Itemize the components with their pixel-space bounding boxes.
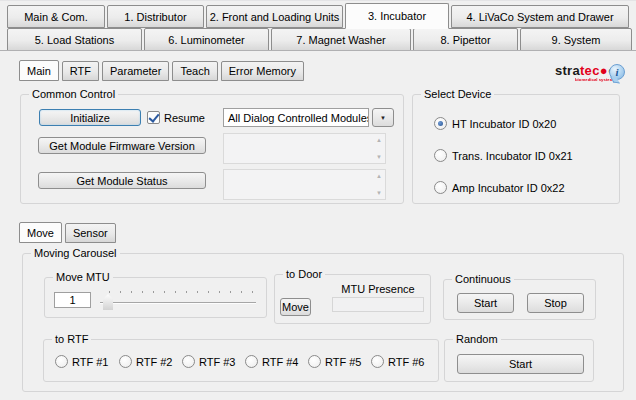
to-rtf-group: to RTF RTF #1 RTF #2 RTF #3 RTF #4 RTF #… (43, 339, 439, 382)
radio-rtf-6[interactable] (371, 355, 384, 368)
continuous-stop-button[interactable]: Stop (527, 293, 584, 313)
to-door-title: to Door (283, 268, 325, 280)
logo-text-black: stra (555, 63, 580, 78)
mtu-presence-field (332, 297, 424, 312)
tab-pane-edge (0, 50, 636, 51)
get-module-status-button[interactable]: Get Module Status (38, 172, 206, 189)
tab-incubator[interactable]: 3. Incubator (345, 3, 449, 29)
to-door-group: to Door Move MTU Presence (274, 274, 431, 324)
tab-move[interactable]: Move (19, 222, 62, 243)
main-tab-strip-row1: Main & Com. 1. Distributor 2. Front and … (7, 5, 631, 29)
resume-checkbox-label: Resume (164, 112, 205, 124)
mtu-presence-label: MTU Presence (332, 283, 424, 295)
scroll-down-icon[interactable]: ▼ (376, 190, 382, 196)
logo-dot-red: ● (600, 63, 608, 78)
continuous-title: Continuous (452, 273, 514, 285)
tab-section-rtf[interactable]: RTF (62, 61, 99, 81)
radio-rtf-4[interactable] (245, 355, 258, 368)
radio-rtf-5-label: RTF #5 (325, 356, 361, 368)
radio-amp-incubator-label: Amp Incubator ID 0x22 (452, 182, 565, 194)
tab-pipettor[interactable]: 8. Pipettor (413, 28, 518, 51)
resume-checkbox[interactable] (147, 111, 160, 124)
move-mtu-title: Move MTU (53, 271, 113, 283)
chevron-down-icon: ▼ (380, 115, 386, 121)
subsection-tab-strip: Move Sensor (19, 223, 119, 243)
info-icon[interactable]: i (609, 64, 625, 80)
radio-rtf-1-label: RTF #1 (72, 356, 108, 368)
module-dropdown-button[interactable]: ▼ (372, 108, 394, 127)
tab-luminometer[interactable]: 6. Luminometer (144, 28, 269, 51)
continuous-start-button[interactable]: Start (457, 293, 514, 313)
tab-section-parameter[interactable]: Parameter (102, 61, 169, 81)
select-device-title: Select Device (421, 88, 494, 100)
move-mtu-group: Move MTU (44, 277, 267, 318)
slider-track[interactable] (100, 302, 256, 304)
scroll-up-icon[interactable]: ▲ (376, 173, 382, 179)
radio-amp-incubator[interactable] (434, 181, 447, 194)
tab-section-teach[interactable]: Teach (172, 61, 217, 81)
incubator-control-window: Main & Com. 1. Distributor 2. Front and … (0, 0, 636, 400)
logo-text-red: tec (580, 63, 600, 78)
tab-distributor[interactable]: 1. Distributor (107, 5, 204, 28)
firmware-output-list[interactable]: ▲ ▼ (223, 133, 386, 164)
moving-carousel-title: Moving Carousel (31, 247, 120, 259)
tab-load-stations[interactable]: 5. Load Stations (7, 28, 142, 51)
radio-rtf-5[interactable] (308, 355, 321, 368)
move-mtu-input[interactable] (54, 292, 91, 308)
tab-section-main[interactable]: Main (19, 60, 59, 81)
moving-carousel-group: Moving Carousel Move MTU to Door Move MT… (22, 253, 624, 392)
module-dropdown-value[interactable]: All Dialog Controlled Modules (223, 108, 369, 127)
radio-trans-incubator-label: Trans. Incubator ID 0x21 (452, 150, 573, 162)
random-group: Random Start (444, 339, 594, 382)
radio-trans-incubator[interactable] (434, 149, 447, 162)
move-mtu-slider[interactable] (100, 289, 256, 311)
radio-ht-incubator-label: HT Incubator ID 0x20 (452, 118, 556, 130)
initialize-button[interactable]: Initialize (39, 109, 141, 126)
radio-rtf-1[interactable] (55, 355, 68, 368)
select-device-group: Select Device HT Incubator ID 0x20 Trans… (412, 94, 620, 204)
radio-rtf-3-label: RTF #3 (199, 356, 235, 368)
random-start-button[interactable]: Start (457, 354, 584, 374)
continuous-group: Continuous Start Stop (443, 279, 596, 320)
tab-section-error-memory[interactable]: Error Memory (221, 61, 304, 81)
tab-sensor[interactable]: Sensor (65, 223, 116, 243)
main-tab-strip-row2: 5. Load Stations 6. Luminometer 7. Magne… (7, 28, 634, 51)
section-tab-strip: Main RTF Parameter Teach Error Memory (19, 61, 307, 81)
logo-subtitle: biomedical systems (560, 77, 616, 81)
scroll-down-icon[interactable]: ▼ (376, 154, 382, 160)
radio-rtf-6-label: RTF #6 (388, 356, 424, 368)
move-to-door-button[interactable]: Move (280, 298, 311, 316)
tab-livaco-drawer[interactable]: 4. LiVaCo System and Drawer (451, 5, 629, 28)
random-title: Random (453, 333, 501, 345)
status-output-list[interactable]: ▲ ▼ (223, 169, 386, 200)
common-control-title: Common Control (29, 88, 118, 100)
common-control-group: Common Control Initialize Resume All Dia… (20, 94, 404, 204)
slider-thumb[interactable] (103, 294, 113, 310)
scroll-up-icon[interactable]: ▲ (376, 137, 382, 143)
tab-magnet-washer[interactable]: 7. Magnet Washer (271, 28, 411, 51)
radio-rtf-2-label: RTF #2 (136, 356, 172, 368)
radio-ht-incubator[interactable] (434, 117, 447, 130)
stratec-logo: stratec●● biomedical systems (538, 64, 616, 83)
get-firmware-version-button[interactable]: Get Module Firmware Version (38, 137, 206, 154)
to-rtf-title: to RTF (52, 333, 91, 345)
radio-rtf-4-label: RTF #4 (262, 356, 298, 368)
tab-main-com[interactable]: Main & Com. (7, 5, 105, 28)
tab-front-loading[interactable]: 2. Front and Loading Units (206, 5, 343, 28)
tab-system[interactable]: 9. System (520, 28, 632, 51)
radio-rtf-3[interactable] (182, 355, 195, 368)
slider-ticks (109, 291, 255, 293)
radio-rtf-2[interactable] (119, 355, 132, 368)
